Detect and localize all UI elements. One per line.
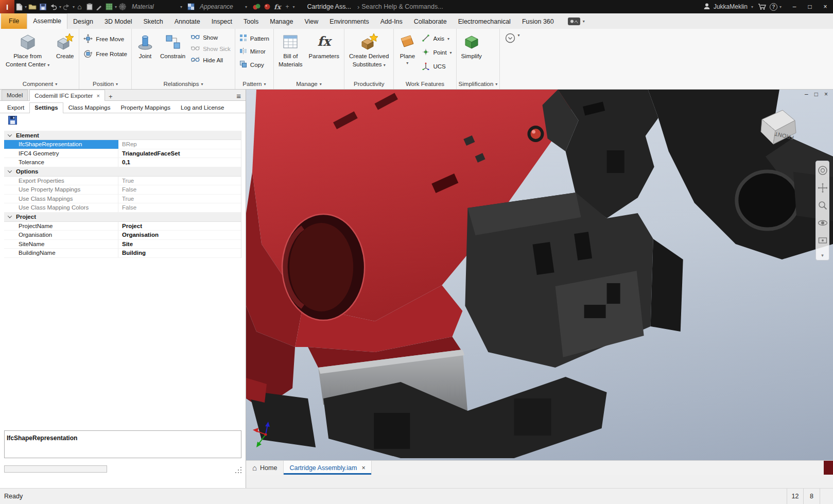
maximize-button[interactable]: □ xyxy=(802,0,818,13)
parameters-quick-icon[interactable]: fx xyxy=(272,0,282,13)
show-button[interactable]: Show xyxy=(191,34,231,41)
grid-row[interactable]: IFC4 Geometry TriangulatedFaceSet xyxy=(4,149,241,159)
property-value[interactable]: True xyxy=(118,177,241,185)
grid-row[interactable]: Use Class Mappings True xyxy=(4,195,241,204)
create-component-button[interactable]: Create xyxy=(53,30,77,79)
panel-tab-ifc-exporter[interactable]: Codemill IFC Exporter × xyxy=(29,90,105,101)
panel-tab-close-icon[interactable]: × xyxy=(96,93,99,99)
horizontal-scrollbar[interactable] xyxy=(4,465,107,473)
place-from-content-center-button[interactable]: Place from Content Center ▾ xyxy=(3,30,52,79)
home-tab[interactable]: ⌂ Home xyxy=(246,461,283,475)
appearance-dropdown[interactable]: Appearance▾ xyxy=(196,3,251,10)
tab-file[interactable]: File xyxy=(1,13,27,29)
panel-add-tab-button[interactable]: + xyxy=(105,93,116,100)
parameters-button[interactable]: fx Parameters xyxy=(306,30,342,79)
group-footer-productivity[interactable]: Productivity xyxy=(346,79,391,89)
group-footer-relationships[interactable]: Relationships▾ xyxy=(134,79,233,89)
help-caret-icon[interactable]: ▾ xyxy=(779,5,782,9)
simplify-button[interactable]: Simplify xyxy=(459,30,484,79)
tab-tools[interactable]: Tools xyxy=(238,15,264,29)
app-logo[interactable]: I xyxy=(0,0,14,13)
create-derived-substitutes-button[interactable]: Create Derived Substitutes ▾ xyxy=(346,30,391,79)
help-icon[interactable]: ? xyxy=(768,0,779,13)
tab-inspect[interactable]: Inspect xyxy=(206,15,238,29)
material-ball-icon[interactable] xyxy=(262,0,272,13)
group-footer-pattern[interactable]: Pattern▾ xyxy=(237,79,271,89)
property-value[interactable]: Organisation xyxy=(118,231,241,239)
grid-row[interactable]: Use Property Mappings False xyxy=(4,185,241,195)
tab-sketch[interactable]: Sketch xyxy=(137,15,168,29)
property-value[interactable]: TriangulatedFaceSet xyxy=(118,149,241,158)
job-status-icon[interactable]: ▾ xyxy=(568,13,585,29)
group-footer-component[interactable]: Component▾ xyxy=(3,79,77,89)
save-settings-icon[interactable] xyxy=(8,116,17,127)
property-name[interactable]: Organisation xyxy=(4,231,118,239)
group-footer-manage[interactable]: Manage▾ xyxy=(276,79,342,89)
checker-sphere-icon[interactable] xyxy=(117,0,128,13)
property-name[interactable]: Use Class Mappings xyxy=(4,195,118,203)
panel-tab-model[interactable]: Model xyxy=(2,90,28,100)
property-value[interactable]: BRep xyxy=(118,140,241,149)
ribbon-options-button[interactable]: ▾ xyxy=(500,29,525,89)
tab-environments[interactable]: Environments xyxy=(324,15,374,29)
subtab-class-mappings[interactable]: Class Mappings xyxy=(63,102,116,113)
property-value[interactable]: Project xyxy=(118,222,241,231)
close-button[interactable]: × xyxy=(818,0,833,13)
grid-row[interactable]: ProjectName Project xyxy=(4,222,241,231)
doc-close-button[interactable]: × xyxy=(824,91,828,98)
orbit-icon[interactable] xyxy=(818,218,828,230)
property-name[interactable]: SiteName xyxy=(4,240,118,249)
property-value[interactable]: False xyxy=(118,203,241,212)
color-override-icon[interactable] xyxy=(251,0,262,13)
grid-section-element[interactable]: Element xyxy=(4,131,241,140)
tab-assemble[interactable]: Assemble xyxy=(27,13,67,29)
tab-fusion-360[interactable]: Fusion 360 xyxy=(516,15,560,29)
property-value[interactable]: 0,1 xyxy=(118,158,241,167)
undo-icon[interactable] xyxy=(48,0,59,13)
grid-row[interactable]: Organisation Organisation xyxy=(4,231,241,240)
hide-all-button[interactable]: Hide All xyxy=(191,57,231,63)
constrain-button[interactable]: Constrain xyxy=(158,30,188,79)
property-name[interactable]: Export Properties xyxy=(4,177,118,185)
plane-button[interactable]: Plane ▾ xyxy=(396,30,419,79)
home-icon[interactable]: ⌂ xyxy=(75,0,84,13)
material-dropdown[interactable]: Material▾ xyxy=(128,3,186,10)
tab-collaborate[interactable]: Collaborate xyxy=(408,15,453,29)
subtab-export[interactable]: Export xyxy=(2,102,29,113)
cart-icon[interactable] xyxy=(756,0,768,13)
save-icon[interactable] xyxy=(38,0,48,13)
tab-3d-model[interactable]: 3D Model xyxy=(99,15,138,29)
tab-annotate[interactable]: Annotate xyxy=(169,15,206,29)
grid-row[interactable]: SiteName Site xyxy=(4,240,241,249)
open-folder-icon[interactable] xyxy=(27,0,38,13)
add-quick-icon[interactable]: + xyxy=(282,0,292,13)
redo-icon[interactable] xyxy=(61,0,72,13)
grid-section-options[interactable]: Options xyxy=(4,167,241,177)
property-name[interactable]: Tolerance xyxy=(4,158,118,167)
material-swatch-icon[interactable] xyxy=(104,0,114,13)
copy-button[interactable]: Copy xyxy=(239,60,269,69)
property-value[interactable]: Building xyxy=(118,249,241,257)
panel-menu-icon[interactable]: ≡ xyxy=(232,92,246,100)
appearance-swatch-icon[interactable] xyxy=(186,0,196,13)
property-name[interactable]: BuildingName xyxy=(4,249,118,257)
look-at-icon[interactable] xyxy=(818,235,828,248)
subtab-property-mappings[interactable]: Property Mappings xyxy=(115,102,176,113)
sketch-pencil-icon[interactable] xyxy=(94,0,104,13)
grid-row[interactable]: Use Class Mapping Colors False xyxy=(4,203,241,213)
tab-design[interactable]: Design xyxy=(67,15,99,29)
show-sick-button[interactable]: Show Sick xyxy=(191,45,231,52)
property-value[interactable]: Site xyxy=(118,240,241,249)
grid-row[interactable]: Export Properties True xyxy=(4,177,241,186)
grid-row[interactable]: IfcShapeRepresentation BRep xyxy=(4,140,241,149)
free-move-button[interactable]: Free Move xyxy=(83,34,127,44)
tab-manage[interactable]: Manage xyxy=(264,15,299,29)
free-rotate-button[interactable]: Free Rotate xyxy=(83,49,127,59)
property-name[interactable]: ProjectName xyxy=(4,222,118,231)
joint-button[interactable]: Joint xyxy=(134,30,157,79)
ucs-button[interactable]: UCS xyxy=(422,62,452,71)
axis-button[interactable]: Axis ▾ xyxy=(422,34,452,43)
minimize-button[interactable]: – xyxy=(787,0,802,13)
resize-grip[interactable] xyxy=(235,466,242,473)
property-name[interactable]: Use Property Mappings xyxy=(4,185,118,194)
